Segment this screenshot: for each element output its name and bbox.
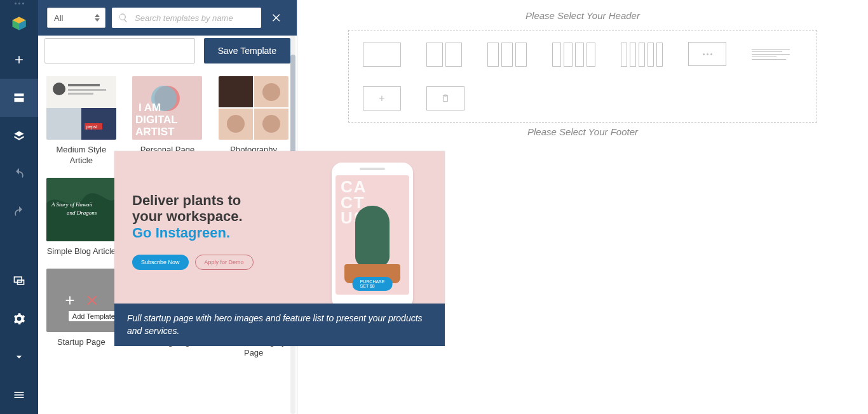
template-label: Simple Blog Article	[47, 246, 116, 257]
add-template-tooltip: Add Template	[68, 310, 116, 322]
preview-hero: Deliver plants to your workspace. Go Ins…	[114, 151, 445, 304]
template-thumb	[219, 76, 288, 140]
layout-option-text[interactable]	[752, 42, 790, 66]
layout-option-paste[interactable]	[426, 86, 465, 110]
svg-rect-23	[219, 76, 253, 107]
template-preview-popover: Deliver plants to your workspace. Go Ins…	[114, 151, 445, 346]
preview-heading-line3: Go Instagreen.	[132, 225, 295, 241]
svg-point-29	[262, 115, 280, 133]
template-thumb: A Story of Hawaiiand Dragons	[46, 178, 116, 241]
save-template-button[interactable]: Save Template	[204, 38, 290, 63]
layout-option-1col[interactable]	[363, 42, 401, 67]
svg-text:and Dragons: and Dragons	[67, 210, 97, 216]
redo-button[interactable]	[0, 193, 38, 231]
drag-dots-icon	[0, 0, 38, 6]
save-template-row: Save Template	[44, 38, 290, 63]
layers-button[interactable]	[0, 117, 38, 155]
template-thumb: pepsi	[46, 76, 116, 140]
template-card[interactable]: A Story of Hawaiiand Dragons Simple Blog…	[44, 178, 118, 257]
templates-button[interactable]	[0, 79, 38, 117]
layout-option-2col[interactable]	[426, 42, 462, 67]
svg-text:I AM: I AM	[139, 102, 161, 114]
template-label: Medium Style Article	[46, 145, 116, 166]
svg-rect-9	[68, 84, 100, 86]
preview-phone-cta: PURCHASE SET $8	[353, 277, 393, 291]
svg-rect-12	[46, 108, 81, 140]
close-panel-button[interactable]	[265, 0, 288, 36]
template-thumb: I AMDIGITALARTIST	[132, 76, 202, 140]
svg-rect-11	[68, 93, 93, 95]
settings-button[interactable]	[0, 300, 38, 338]
header-layout-picker: +	[348, 30, 817, 123]
layout-option-add[interactable]: +	[363, 86, 401, 110]
header-prompt: Please Select Your Header	[348, 10, 817, 21]
template-card[interactable]: Add Template Startup Page	[44, 269, 118, 359]
svg-text:pepsi: pepsi	[86, 124, 97, 130]
svg-point-8	[53, 83, 65, 95]
svg-text:A Story of Hawaii: A Story of Hawaii	[51, 201, 93, 208]
svg-point-27	[227, 115, 245, 133]
hamburger-menu-button[interactable]	[0, 376, 38, 414]
preview-phone-mock: CACTUS PURCHASE SET $8	[332, 163, 413, 304]
preview-cta-primary: Subscribe Now	[132, 255, 189, 270]
layout-option-5col[interactable]	[621, 42, 663, 67]
footer-prompt: Please Select Your Footer	[348, 126, 817, 137]
search-icon	[118, 13, 128, 23]
undo-button[interactable]	[0, 155, 38, 193]
app-logo	[0, 6, 38, 41]
viewport-button[interactable]	[0, 262, 38, 300]
collapse-panel-button[interactable]	[0, 338, 38, 376]
template-name-input[interactable]	[44, 38, 195, 63]
search-input[interactable]	[135, 13, 255, 23]
left-rail	[0, 0, 38, 414]
preview-cta-secondary: Apply for Demo	[195, 255, 254, 270]
dropdown-caret-icon	[95, 14, 100, 22]
svg-text:DIGITAL: DIGITAL	[135, 114, 178, 126]
layout-option-3col[interactable]	[487, 42, 527, 67]
search-field-wrap	[112, 8, 261, 28]
category-dropdown[interactable]: All	[47, 8, 105, 28]
layout-option-more[interactable]	[688, 42, 726, 66]
add-template-icon[interactable]	[63, 293, 77, 307]
template-card[interactable]: pepsi Medium Style Article	[44, 76, 118, 166]
svg-rect-5	[15, 277, 22, 282]
svg-point-28	[262, 83, 280, 101]
template-label: Startup Page	[57, 337, 105, 348]
preview-heading-line1: Deliver plants to	[132, 192, 295, 208]
preview-heading-line2: your workspace.	[132, 208, 295, 224]
svg-rect-4	[15, 98, 24, 102]
preview-description: Full startup page with hero images and f…	[114, 304, 445, 346]
remove-template-icon[interactable]	[86, 293, 100, 307]
layout-option-4col[interactable]	[552, 42, 595, 67]
template-thumb-hover: Add Template	[46, 269, 116, 332]
panel-toolbar: All	[38, 0, 297, 36]
category-dropdown-label: All	[54, 13, 63, 23]
svg-rect-3	[15, 93, 24, 96]
add-element-button[interactable]	[0, 41, 38, 79]
svg-text:ARTIST: ARTIST	[135, 126, 175, 138]
svg-rect-10	[68, 89, 106, 91]
